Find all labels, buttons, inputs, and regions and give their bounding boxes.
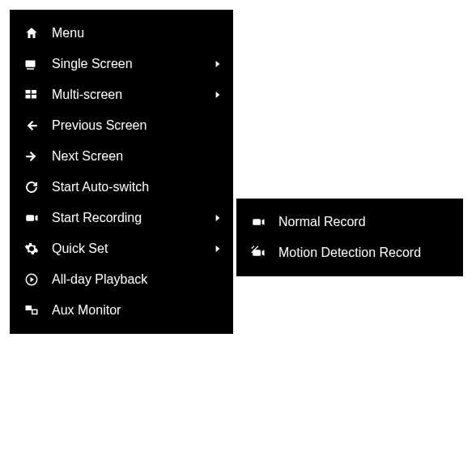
chevron-right-icon	[214, 59, 222, 69]
submenu-label: Normal Record	[278, 215, 452, 229]
svg-rect-6	[32, 95, 36, 99]
menu-label: Quick Set	[52, 241, 214, 256]
submenu-item-motion-record[interactable]: Motion Detection Record	[236, 237, 463, 268]
gear-icon	[23, 240, 40, 258]
chevron-right-icon	[214, 213, 222, 223]
menu-label: All-day Playback	[52, 272, 222, 287]
svg-marker-9	[36, 215, 38, 221]
menu-label: Multi-screen	[52, 88, 214, 102]
playback-icon	[23, 271, 40, 288]
main-context-menu: Menu Single Screen Multi-screen Previous…	[10, 10, 233, 334]
menu-label: Start Recording	[52, 211, 214, 225]
submenu-label: Motion Detection Record	[278, 246, 452, 260]
svg-marker-19	[262, 250, 265, 256]
menu-item-multi-screen[interactable]: Multi-screen	[10, 79, 233, 110]
record-icon	[23, 209, 40, 227]
refresh-icon	[23, 178, 40, 196]
menu-item-aux-monitor[interactable]: Aux Monitor	[10, 295, 233, 326]
arrow-right-icon	[23, 147, 40, 165]
normal-record-icon	[249, 213, 267, 231]
multi-screen-icon	[23, 86, 40, 104]
menu-label: Next Screen	[52, 149, 222, 164]
svg-rect-4	[32, 90, 36, 94]
svg-rect-8	[26, 215, 34, 221]
menu-label: Previous Screen	[52, 118, 222, 133]
svg-marker-7	[216, 92, 220, 98]
svg-rect-14	[26, 306, 32, 310]
chevron-right-icon	[214, 90, 222, 100]
home-icon	[23, 24, 40, 42]
svg-rect-3	[26, 90, 31, 94]
motion-record-icon	[249, 244, 267, 262]
submenu-item-normal-record[interactable]: Normal Record	[236, 207, 463, 237]
svg-rect-1	[27, 68, 34, 70]
svg-rect-16	[253, 219, 261, 225]
svg-marker-13	[31, 277, 35, 282]
aux-monitor-icon	[23, 301, 40, 319]
menu-item-auto-switch[interactable]: Start Auto-switch	[10, 172, 233, 203]
menu-item-next-screen[interactable]: Next Screen	[10, 141, 233, 172]
menu-item-allday-playback[interactable]: All-day Playback	[10, 264, 233, 295]
svg-rect-15	[32, 310, 37, 314]
menu-item-menu[interactable]: Menu	[10, 18, 233, 49]
menu-item-start-recording[interactable]: Start Recording	[10, 203, 233, 233]
svg-marker-17	[262, 219, 265, 225]
menu-item-single-screen[interactable]: Single Screen	[10, 49, 233, 79]
menu-item-previous-screen[interactable]: Previous Screen	[10, 110, 233, 141]
chevron-right-icon	[214, 244, 222, 254]
svg-marker-11	[216, 246, 220, 252]
menu-label: Menu	[52, 26, 222, 41]
menu-label: Start Auto-switch	[52, 180, 222, 194]
arrow-left-icon	[23, 117, 40, 135]
single-screen-icon	[23, 55, 40, 73]
start-recording-submenu: Normal Record Motion Detection Record	[236, 199, 463, 276]
menu-item-quick-set[interactable]: Quick Set	[10, 233, 233, 264]
svg-marker-10	[216, 215, 220, 221]
menu-label: Single Screen	[52, 57, 214, 71]
menu-label: Aux Monitor	[52, 303, 222, 318]
svg-marker-2	[216, 61, 220, 67]
svg-rect-0	[26, 61, 36, 67]
svg-rect-5	[26, 95, 31, 99]
